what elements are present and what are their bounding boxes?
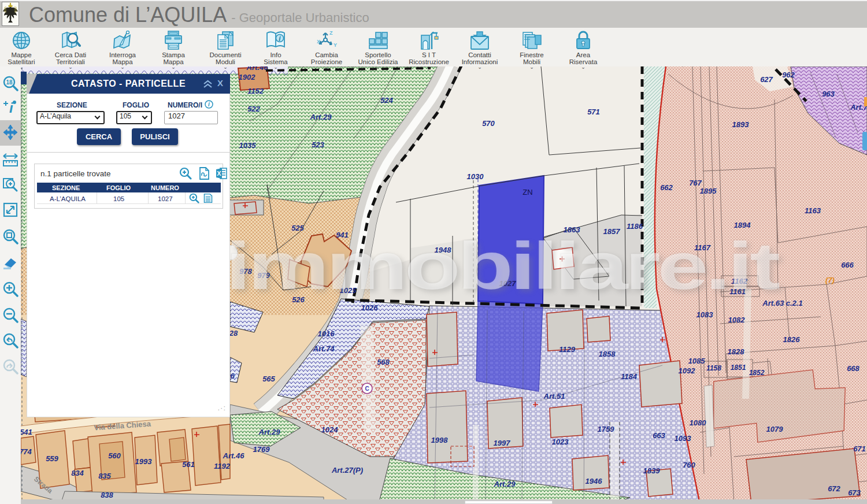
- svg-text:(7): (7): [825, 276, 835, 284]
- svg-text:18: 18: [6, 79, 13, 86]
- svg-text:1184: 1184: [621, 372, 638, 381]
- svg-text:565: 565: [262, 375, 275, 383]
- svg-text:1082: 1082: [728, 316, 746, 324]
- svg-text:1839: 1839: [643, 466, 661, 475]
- svg-text:1024: 1024: [321, 425, 339, 434]
- svg-text:561: 561: [182, 460, 195, 469]
- svg-text:835: 835: [98, 472, 111, 480]
- svg-text:1085: 1085: [688, 357, 706, 365]
- svg-text:1035: 1035: [239, 141, 257, 150]
- svg-text:963: 963: [822, 90, 835, 98]
- svg-text:1093: 1093: [675, 434, 692, 443]
- svg-text:523: 523: [312, 140, 324, 149]
- svg-text:Z: Z: [329, 31, 333, 36]
- svg-text:Art.29: Art.29: [310, 113, 332, 121]
- svg-text:834: 834: [71, 469, 84, 477]
- svg-text:1852: 1852: [749, 369, 765, 377]
- svg-text:663: 663: [653, 431, 665, 440]
- svg-text:Art.51: Art.51: [543, 392, 565, 401]
- svg-text:1152: 1152: [247, 87, 264, 95]
- svg-text:C: C: [365, 386, 369, 392]
- svg-text:666: 666: [841, 261, 854, 269]
- svg-text:1092: 1092: [679, 366, 696, 375]
- svg-text:Y: Y: [334, 42, 337, 48]
- svg-text:1946: 1946: [586, 477, 603, 486]
- svg-text:570: 570: [482, 119, 495, 128]
- svg-text:1902: 1902: [239, 73, 256, 81]
- svg-text:ZN: ZN: [523, 188, 532, 197]
- svg-text:1769: 1769: [253, 445, 271, 454]
- svg-text:522: 522: [247, 105, 260, 113]
- svg-text:1026: 1026: [361, 303, 379, 312]
- svg-text:774: 774: [19, 447, 32, 456]
- svg-text:1163: 1163: [805, 206, 821, 215]
- svg-text:1759: 1759: [598, 425, 615, 433]
- svg-text:X: X: [217, 170, 221, 177]
- svg-text:962: 962: [782, 71, 795, 79]
- svg-text:559: 559: [46, 454, 58, 463]
- svg-text:1080: 1080: [690, 418, 707, 427]
- svg-text:Art.29: Art.29: [258, 428, 281, 436]
- svg-text:28: 28: [229, 329, 238, 338]
- svg-text:673: 673: [848, 488, 861, 497]
- svg-text:Art.27(P): Art.27(P): [331, 466, 363, 475]
- svg-text:1998: 1998: [431, 436, 449, 444]
- svg-text:671: 671: [853, 444, 866, 453]
- svg-text:1192: 1192: [214, 462, 231, 470]
- svg-text:568: 568: [377, 358, 390, 366]
- svg-text:672: 672: [828, 484, 840, 493]
- svg-text:Art.46: Art.46: [223, 451, 245, 460]
- svg-text:627: 627: [760, 75, 773, 84]
- svg-text:1158: 1158: [706, 364, 721, 372]
- svg-text:760: 760: [683, 461, 695, 469]
- svg-text:1129: 1129: [559, 345, 576, 354]
- svg-text:1083: 1083: [696, 310, 714, 319]
- svg-text:6: 6: [230, 372, 235, 380]
- svg-text:1016: 1016: [318, 329, 335, 338]
- svg-text:1023: 1023: [552, 438, 569, 446]
- svg-text:1828: 1828: [728, 347, 745, 356]
- svg-text:1079: 1079: [766, 425, 784, 433]
- svg-text:560: 560: [108, 451, 121, 460]
- svg-text:838: 838: [101, 491, 113, 499]
- svg-text:767: 767: [689, 179, 702, 187]
- svg-text:1826: 1826: [783, 335, 801, 344]
- svg-text:Art.74: Art.74: [313, 344, 335, 353]
- svg-text:571: 571: [587, 108, 600, 116]
- svg-text:1895: 1895: [700, 187, 717, 195]
- svg-text:Art.29: Art.29: [494, 480, 516, 488]
- svg-text:X: X: [317, 39, 320, 45]
- svg-text:1030: 1030: [467, 172, 484, 181]
- svg-text:1858: 1858: [599, 350, 616, 358]
- svg-text:541: 541: [20, 428, 32, 436]
- svg-text:668: 668: [847, 364, 859, 373]
- svg-text:662: 662: [660, 183, 673, 192]
- svg-text:i: i: [208, 101, 210, 108]
- svg-text:524: 524: [380, 96, 393, 105]
- svg-text:1893: 1893: [732, 120, 750, 129]
- svg-text:1851: 1851: [731, 364, 746, 372]
- svg-text:1997: 1997: [494, 439, 511, 447]
- svg-text:1993: 1993: [135, 457, 153, 466]
